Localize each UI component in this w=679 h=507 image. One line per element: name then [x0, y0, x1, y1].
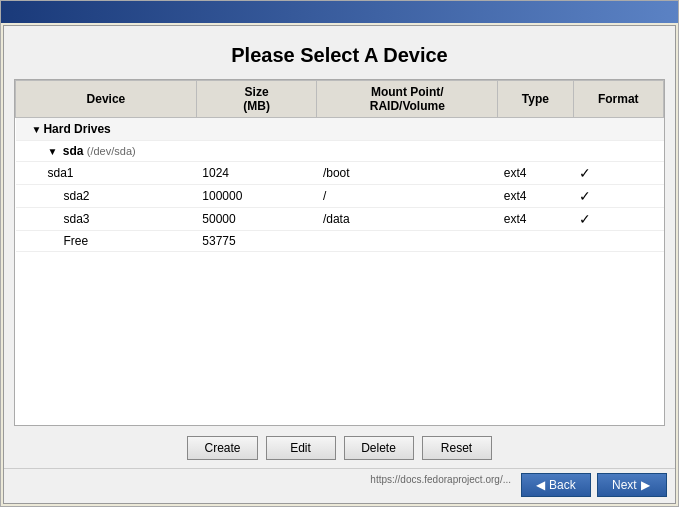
device-table: Device Size(MB) Mount Point/RAID/Volume …	[15, 80, 664, 252]
sda-row: ▼ sda (/dev/sda)	[16, 141, 664, 162]
col-header-type: Type	[498, 81, 573, 118]
back-label: Back	[549, 478, 576, 492]
row-size: 50000	[196, 208, 317, 231]
row-size: 1024	[196, 162, 317, 185]
row-type: ext4	[498, 208, 573, 231]
row-size: 53775	[196, 231, 317, 252]
row-type	[498, 231, 573, 252]
back-arrow-icon: ◀	[536, 478, 545, 492]
delete-button[interactable]: Delete	[344, 436, 414, 460]
action-buttons: Create Edit Delete Reset	[4, 426, 675, 468]
row-device: sda2	[16, 185, 197, 208]
sda-expand-icon[interactable]: ▼	[48, 146, 58, 157]
row-format: ✓	[573, 208, 663, 231]
create-button[interactable]: Create	[187, 436, 257, 460]
main-window: Please Select A Device Device Size(MB) M…	[0, 0, 679, 507]
url-bar: https://docs.fedoraproject.org/...	[12, 473, 515, 497]
col-header-mount: Mount Point/RAID/Volume	[317, 81, 498, 118]
row-format: ✓	[573, 162, 663, 185]
hard-drives-label: ▼Hard Drives	[16, 118, 664, 141]
next-label: Next	[612, 478, 637, 492]
sda-label: ▼ sda (/dev/sda)	[16, 141, 664, 162]
edit-button[interactable]: Edit	[266, 436, 336, 460]
table-row: sda3 50000 /data ext4 ✓	[16, 208, 664, 231]
row-size: 100000	[196, 185, 317, 208]
table-row: sda1 1024 /boot ext4 ✓	[16, 162, 664, 185]
col-header-device: Device	[16, 81, 197, 118]
row-format	[573, 231, 663, 252]
col-header-size: Size(MB)	[196, 81, 317, 118]
row-mount: /	[317, 185, 498, 208]
row-mount	[317, 231, 498, 252]
col-header-format: Format	[573, 81, 663, 118]
nav-buttons-area: https://docs.fedoraproject.org/... ◀ Bac…	[4, 468, 675, 503]
row-device: sda3	[16, 208, 197, 231]
row-device: Free	[16, 231, 197, 252]
table-row: Free 53775	[16, 231, 664, 252]
row-type: ext4	[498, 162, 573, 185]
row-mount: /boot	[317, 162, 498, 185]
title-bar	[1, 1, 678, 23]
expand-icon[interactable]: ▼	[32, 124, 42, 135]
row-type: ext4	[498, 185, 573, 208]
device-table-area: Device Size(MB) Mount Point/RAID/Volume …	[14, 79, 665, 426]
back-button[interactable]: ◀ Back	[521, 473, 591, 497]
content-area: Please Select A Device Device Size(MB) M…	[3, 25, 676, 504]
row-mount: /data	[317, 208, 498, 231]
reset-button[interactable]: Reset	[422, 436, 492, 460]
next-arrow-icon: ▶	[641, 478, 650, 492]
hard-drives-row: ▼Hard Drives	[16, 118, 664, 141]
page-title: Please Select A Device	[4, 26, 675, 79]
table-row: sda2 100000 / ext4 ✓	[16, 185, 664, 208]
row-format: ✓	[573, 185, 663, 208]
next-button[interactable]: Next ▶	[597, 473, 667, 497]
row-device: sda1	[16, 162, 197, 185]
